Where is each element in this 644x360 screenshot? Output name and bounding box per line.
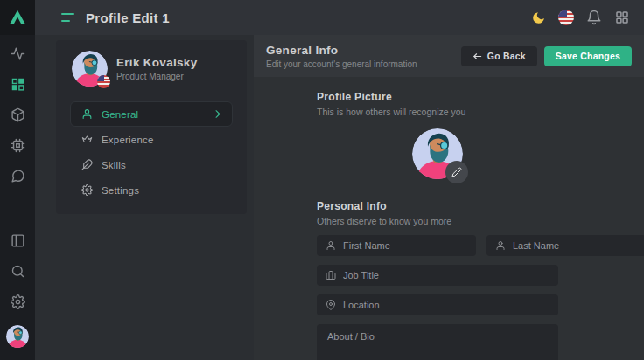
location-input[interactable]	[343, 300, 550, 310]
personal-info-title: Personal Info	[317, 200, 558, 212]
pencil-icon	[452, 167, 462, 177]
last-name-field[interactable]	[486, 235, 644, 256]
section-subtitle: Edit your account's general information	[266, 59, 417, 69]
rail-user-avatar[interactable]	[6, 325, 29, 348]
avatar-illustration	[6, 325, 29, 348]
gear-icon	[81, 184, 93, 196]
nav-item-label: Experience	[102, 135, 154, 145]
user-icon	[326, 240, 336, 251]
chat-icon[interactable]	[10, 169, 25, 183]
job-title-input[interactable]	[343, 270, 550, 280]
first-name-field[interactable]	[317, 235, 476, 256]
bell-icon[interactable]	[586, 10, 602, 25]
dashboard-icon[interactable]	[10, 77, 25, 92]
crown-icon	[81, 134, 93, 145]
user-role: Product Manager	[116, 72, 197, 81]
arrow-right-icon	[210, 108, 221, 120]
nav-item-label: General	[102, 109, 138, 120]
nav-item-general[interactable]: General	[70, 101, 233, 127]
section-title: General Info	[266, 44, 417, 57]
save-changes-label: Save Changes	[556, 51, 620, 61]
profile-edit-app: Profile Edit 1	[0, 0, 644, 360]
gear-icon[interactable]	[10, 294, 25, 309]
country-flag-badge	[97, 75, 110, 88]
nav-item-settings[interactable]: Settings	[70, 177, 233, 203]
moon-icon[interactable]	[530, 10, 546, 25]
nav-item-label: Skills	[102, 160, 126, 170]
personal-info-subtitle: Others diserve to know you more	[317, 216, 558, 226]
go-back-label: Go Back	[487, 51, 526, 61]
topbar: Profile Edit 1	[35, 0, 644, 35]
nav-item-experience[interactable]: Experience	[70, 127, 233, 152]
cpu-icon[interactable]	[10, 138, 25, 153]
arrow-left-icon	[472, 52, 482, 61]
menu-icon[interactable]	[61, 13, 74, 22]
nav-item-skills[interactable]: Skills	[70, 152, 233, 177]
activity-icon[interactable]	[10, 46, 25, 61]
icon-rail	[0, 0, 35, 360]
apps-grid-icon[interactable]	[614, 10, 630, 25]
profile-picture-avatar	[412, 128, 463, 179]
main-panel: General Info Edit your account's general…	[254, 35, 644, 360]
map-pin-icon	[326, 300, 336, 310]
user-icon	[81, 108, 93, 120]
job-title-field[interactable]	[317, 265, 558, 286]
user-card: Erik Kovalsky Product Manager	[56, 40, 247, 95]
box-icon[interactable]	[10, 107, 25, 122]
nav-item-label: Settings	[102, 185, 139, 196]
search-icon[interactable]	[10, 264, 25, 279]
edit-avatar-button[interactable]	[445, 161, 468, 183]
first-name-input[interactable]	[343, 240, 467, 251]
go-back-button[interactable]: Go Back	[461, 46, 537, 66]
save-changes-button[interactable]: Save Changes	[544, 46, 632, 66]
profile-picture-title: Profile Picture	[317, 91, 558, 103]
general-info-content: Profile Picture This is how others will …	[254, 77, 644, 360]
profile-side-panel: Erik Kovalsky Product Manager General Ex…	[56, 40, 247, 214]
profile-picture-subtitle: This is how others will recognize you	[317, 107, 558, 117]
about-bio-textarea[interactable]	[317, 324, 558, 360]
main-header: General Info Edit your account's general…	[254, 35, 644, 77]
us-flag-icon[interactable]	[558, 10, 574, 25]
location-field[interactable]	[317, 294, 558, 315]
briefcase-icon	[326, 270, 336, 280]
triangle-logo-icon	[8, 8, 27, 27]
layout-icon[interactable]	[10, 233, 25, 248]
user-icon	[495, 240, 506, 251]
app-logo	[0, 0, 35, 35]
page-title: Profile Edit 1	[86, 10, 170, 25]
last-name-input[interactable]	[513, 240, 637, 251]
profile-nav: General Experience Skills	[56, 101, 247, 203]
user-avatar	[72, 51, 108, 87]
user-name: Erik Kovalsky	[116, 56, 197, 69]
feather-icon	[81, 159, 93, 170]
